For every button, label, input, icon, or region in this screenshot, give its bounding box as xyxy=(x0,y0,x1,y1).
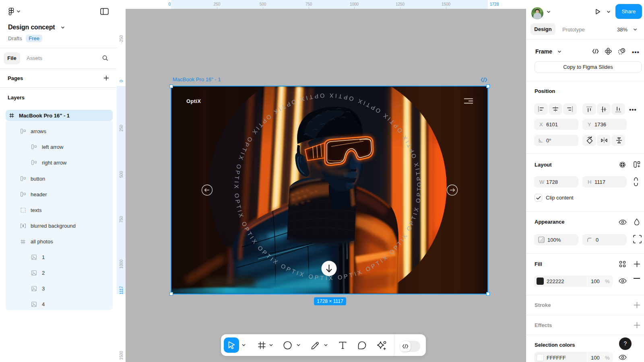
svg-text:OptiX: OptiX xyxy=(186,98,201,104)
